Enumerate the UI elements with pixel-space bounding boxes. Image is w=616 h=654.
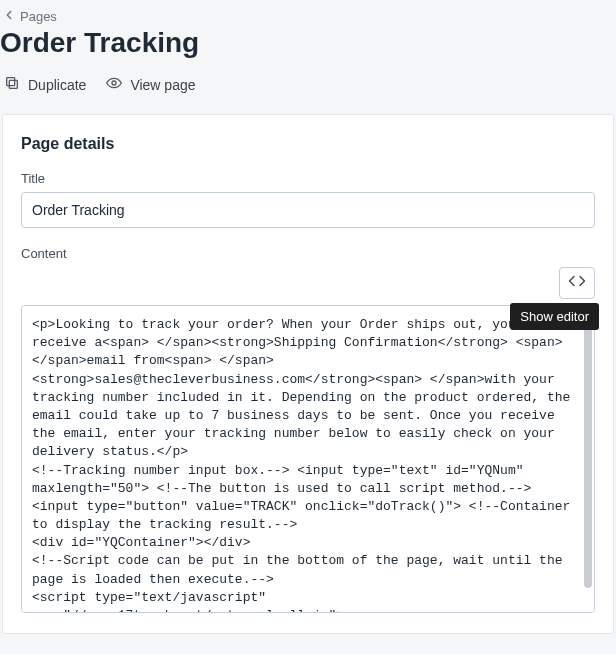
duplicate-label: Duplicate: [28, 77, 86, 93]
chevron-left-icon: [2, 8, 16, 25]
scrollbar-thumb[interactable]: [584, 312, 592, 588]
show-editor-tooltip: Show editor: [510, 303, 599, 330]
content-label: Content: [21, 246, 595, 261]
duplicate-icon: [4, 75, 20, 94]
title-row: Order Tracking: [0, 27, 616, 71]
content-toolbar: Show editor: [21, 267, 595, 299]
breadcrumb[interactable]: Pages: [0, 0, 616, 27]
duplicate-button[interactable]: Duplicate: [4, 75, 86, 94]
title-label: Title: [21, 171, 595, 186]
view-page-label: View page: [130, 77, 195, 93]
title-input[interactable]: [21, 192, 595, 228]
content-code-wrap: [21, 305, 595, 613]
section-heading: Page details: [21, 135, 595, 153]
view-page-button[interactable]: View page: [106, 75, 195, 94]
svg-rect-1: [7, 78, 15, 86]
eye-icon: [106, 75, 122, 94]
svg-rect-0: [9, 80, 17, 88]
page-title: Order Tracking: [0, 27, 616, 59]
breadcrumb-label: Pages: [20, 9, 57, 24]
svg-point-2: [112, 81, 116, 85]
show-editor-button[interactable]: [559, 267, 595, 299]
page-details-card: Page details Title Content Show editor: [2, 114, 614, 634]
content-code-textarea[interactable]: [22, 306, 594, 612]
code-icon: [568, 272, 586, 294]
action-bar: Duplicate View page: [0, 71, 616, 108]
